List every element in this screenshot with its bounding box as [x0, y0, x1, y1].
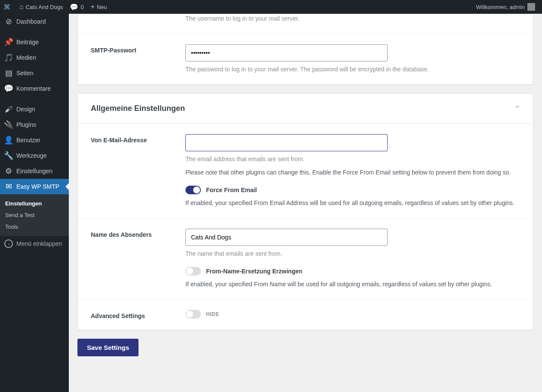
site-link[interactable]: ⌂Cats And Dogs: [16, 0, 66, 14]
greeting-text: Willkommen, admin: [476, 4, 525, 10]
sidebar-item-dashboard[interactable]: ⊘Dashboard: [0, 14, 69, 29]
home-icon: ⌂: [19, 3, 24, 11]
sidebar-item-label: Einstellungen: [16, 168, 52, 175]
dashboard-icon: ⊘: [4, 17, 13, 26]
collapse-toggle[interactable]: ⌃: [514, 104, 520, 113]
brush-icon: 🖌: [4, 105, 13, 113]
sidebar-item-label: Medien: [16, 54, 36, 61]
smtp-password-label: SMTP-Passwort: [91, 44, 185, 74]
force-from-name-toggle[interactable]: [185, 267, 201, 276]
admin-bar: ⌘ ⌂Cats And Dogs 💬0 +Neu Willkommen, adm…: [0, 0, 542, 14]
advanced-hide-label: HIDE: [206, 311, 219, 317]
sidebar-item-label: Benutzer: [16, 137, 40, 144]
wrench-icon: 🔧: [4, 151, 13, 160]
sidebar-item-label: Seiten: [16, 70, 34, 77]
sidebar-item-pages[interactable]: ▤Seiten: [0, 65, 69, 81]
save-settings-button[interactable]: Save Settings: [77, 339, 139, 356]
sliders-icon: ⚙: [4, 167, 13, 175]
plus-icon: +: [91, 3, 95, 11]
sidebar-item-label: Dashboard: [16, 18, 46, 25]
comment-icon: 💬: [4, 84, 13, 93]
collapse-label: Menü einklappen: [16, 240, 62, 247]
smtp-card: The username to log in to your mail serv…: [77, 14, 533, 85]
sidebar-item-easy-wp-smtp[interactable]: ✉Easy WP SMTP: [0, 179, 69, 194]
sidebar-item-label: Design: [16, 106, 35, 113]
smtp-password-help: The password to log in to your mail serv…: [185, 65, 520, 74]
sidebar-item-label: Plugins: [16, 121, 36, 128]
sidebar-sub-settings[interactable]: Einstellungen: [0, 198, 69, 209]
admin-sidebar: ⊘Dashboard 📌Beiträge 🎵Medien ▤Seiten 💬Ko…: [0, 14, 69, 365]
smtp-password-input[interactable]: [185, 44, 388, 61]
from-name-label: Name des Absenders: [91, 229, 185, 289]
smtp-username-help: The username to log in to your mail serv…: [185, 14, 520, 23]
sidebar-item-label: Kommentare: [16, 85, 51, 92]
sidebar-submenu: Einstellungen Send a Test Tools: [0, 194, 69, 236]
mail-icon: ✉: [4, 182, 13, 191]
sidebar-item-posts[interactable]: 📌Beiträge: [0, 34, 69, 50]
comment-icon: 💬: [70, 3, 78, 11]
sidebar-item-plugins[interactable]: 🔌Plugins: [0, 117, 69, 132]
content-area: The username to log in to your mail serv…: [69, 14, 542, 365]
from-name-input[interactable]: [185, 229, 388, 246]
sidebar-item-label: Werkzeuge: [16, 152, 47, 159]
avatar: [527, 3, 535, 11]
comments-count: 0: [80, 4, 83, 10]
force-from-name-help: If enabled, your specified From Name wil…: [185, 280, 520, 289]
from-email-input[interactable]: [185, 134, 388, 151]
sidebar-item-settings[interactable]: ⚙Einstellungen: [0, 163, 69, 179]
card-title: Allgemeine Einstellungen: [91, 104, 185, 113]
pin-icon: 📌: [4, 38, 13, 46]
new-label: Neu: [97, 4, 107, 10]
general-settings-card: Allgemeine Einstellungen ⌃ Von E-Mail-Ad…: [77, 93, 533, 330]
chevron-up-icon: ⌃: [514, 105, 520, 112]
collapse-menu[interactable]: ‹Menü einklappen: [0, 236, 69, 251]
sidebar-item-users[interactable]: 👤Benutzer: [0, 132, 69, 148]
comments-link[interactable]: 💬0: [66, 0, 87, 14]
from-email-help: The email address that emails are sent f…: [185, 155, 520, 164]
from-name-help: The name that emails are sent from.: [185, 249, 520, 258]
wordpress-icon: ⌘: [3, 3, 10, 11]
from-email-note: Please note that other plugins can chang…: [185, 168, 520, 177]
plug-icon: 🔌: [4, 120, 13, 129]
sidebar-item-tools[interactable]: 🔧Werkzeuge: [0, 148, 69, 163]
page-icon: ▤: [4, 69, 13, 77]
advanced-settings-label: Advanced Settings: [91, 310, 185, 319]
sidebar-item-label: Easy WP SMTP: [16, 183, 59, 190]
media-icon: 🎵: [4, 53, 13, 62]
site-name: Cats And Dogs: [26, 4, 63, 10]
from-email-label: Von E-Mail-Adresse: [91, 134, 185, 208]
sidebar-item-design[interactable]: 🖌Design: [0, 101, 69, 117]
sidebar-item-comments[interactable]: 💬Kommentare: [0, 81, 69, 96]
force-from-email-help: If enabled, your specified From Email Ad…: [185, 199, 520, 208]
sidebar-item-media[interactable]: 🎵Medien: [0, 50, 69, 65]
sidebar-sub-tools[interactable]: Tools: [0, 221, 69, 233]
user-icon: 👤: [4, 136, 13, 144]
force-from-email-toggle[interactable]: [185, 186, 201, 194]
advanced-settings-toggle[interactable]: [185, 310, 201, 318]
new-link[interactable]: +Neu: [87, 0, 111, 14]
account-link[interactable]: Willkommen, admin: [473, 0, 539, 14]
wp-logo[interactable]: ⌘: [0, 0, 16, 14]
sidebar-sub-send-test[interactable]: Send a Test: [0, 209, 69, 221]
force-from-name-label: From-Name-Ersetzung Erzwingen: [206, 268, 302, 275]
force-from-email-label: Force From Email: [206, 187, 257, 193]
chevron-left-icon: ‹: [4, 239, 13, 248]
card-header: Allgemeine Einstellungen ⌃: [78, 94, 533, 124]
sidebar-item-label: Beiträge: [16, 39, 39, 46]
